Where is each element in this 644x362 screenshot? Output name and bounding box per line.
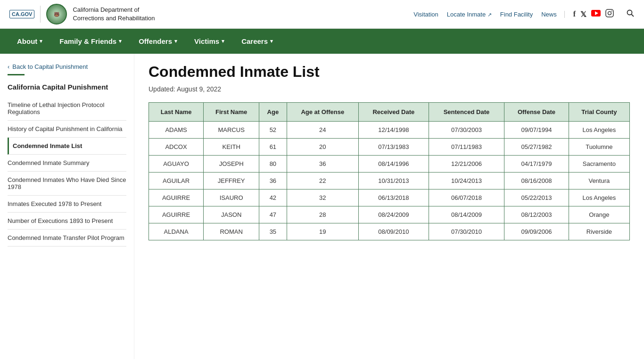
cell-r3-c0: AGUILAR	[149, 173, 204, 189]
facebook-icon[interactable]: f	[573, 10, 576, 18]
inmate-table: Last Name First Name Age Age at Offense …	[149, 102, 630, 240]
cell-r6-c7: Riverside	[569, 223, 629, 240]
dept-name: California Department of Corrections and…	[73, 6, 155, 23]
cell-r1-c5: 07/11/1983	[429, 139, 504, 156]
cell-r3-c6: 08/16/2008	[504, 173, 569, 189]
back-divider	[8, 74, 25, 75]
table-row: ADAMSMARCUS522412/14/199807/30/200309/07…	[149, 122, 630, 139]
cell-r6-c0: ALDANA	[149, 223, 204, 240]
main-content: Condemned Inmate List Updated: August 9,…	[134, 54, 644, 359]
cell-r2-c1: JOSEPH	[204, 156, 259, 173]
cell-r4-c7: Los Angeles	[569, 189, 629, 206]
cell-r1-c1: KEITH	[204, 139, 259, 156]
sidebar-item-transfer-pilot[interactable]: Condemned Inmate Transfer Pilot Program	[8, 230, 126, 247]
careers-chevron-icon: ▾	[270, 38, 273, 44]
family-chevron-icon: ▾	[119, 38, 122, 44]
table-header-row: Last Name First Name Age Age at Offense …	[149, 103, 630, 122]
page-title: Condemned Inmate List	[149, 63, 630, 81]
sidebar-item-condemned-died[interactable]: Condemned Inmates Who Have Died Since 19…	[8, 172, 126, 196]
cell-r4-c4: 06/13/2018	[359, 189, 429, 206]
svg-point-5	[627, 10, 632, 15]
cell-r4-c6: 05/22/2013	[504, 189, 569, 206]
nav-careers[interactable]: Careers ▾	[234, 29, 281, 54]
cell-r1-c3: 20	[287, 139, 359, 156]
svg-point-4	[611, 11, 612, 12]
cell-r0-c4: 12/14/1998	[359, 122, 429, 139]
top-bar-right: Visitation Locate Inmate ↗ Find Facility…	[413, 9, 635, 19]
find-facility-link[interactable]: Find Facility	[500, 11, 533, 18]
top-bar: CA.GOV 🐻 California Department of Correc…	[0, 0, 644, 29]
col-first-name: First Name	[204, 103, 259, 122]
updated-text: Updated: August 9, 2022	[149, 85, 630, 93]
sidebar-item-executions-number[interactable]: Number of Executions 1893 to Present	[8, 213, 126, 230]
cell-r4-c2: 42	[259, 189, 287, 206]
col-received-date: Received Date	[359, 103, 429, 122]
ca-gov-logo: CA.GOV	[9, 10, 34, 18]
twitter-icon[interactable]: 𝕏	[580, 10, 586, 19]
search-icon[interactable]	[626, 9, 635, 19]
sidebar-item-executed[interactable]: Inmates Executed 1978 to Present	[8, 196, 126, 213]
sidebar-item-condemned-list[interactable]: Condemned Inmate List	[8, 138, 126, 155]
col-last-name: Last Name	[149, 103, 204, 122]
cell-r5-c0: AGUIRRE	[149, 206, 204, 223]
visitation-link[interactable]: Visitation	[413, 11, 438, 18]
cell-r0-c1: MARCUS	[204, 122, 259, 139]
external-icon: ↗	[487, 12, 492, 17]
victims-chevron-icon: ▾	[222, 38, 224, 44]
cell-r2-c7: Sacramento	[569, 156, 629, 173]
sidebar-item-condemned-summary[interactable]: Condemned Inmate Summary	[8, 155, 126, 172]
svg-point-3	[608, 12, 611, 15]
sidebar-item-timeline[interactable]: Timeline of Lethal Injection Protocol Re…	[8, 97, 126, 121]
table-row: AGUAYOJOSEPH803608/14/199612/21/200604/1…	[149, 156, 630, 173]
table-row: AGUILARJEFFREY362210/31/201310/24/201308…	[149, 173, 630, 189]
cell-r4-c5: 06/07/2018	[429, 189, 504, 206]
cell-r3-c2: 36	[259, 173, 287, 189]
cell-r4-c1: ISAURO	[204, 189, 259, 206]
cell-r3-c5: 10/24/2013	[429, 173, 504, 189]
nav-offenders[interactable]: Offenders ▾	[131, 29, 185, 54]
col-offense-date: Offense Date	[504, 103, 569, 122]
cell-r0-c7: Los Angeles	[569, 122, 629, 139]
cell-r5-c4: 08/24/2009	[359, 206, 429, 223]
back-arrow-icon: ‹	[8, 63, 9, 70]
offenders-chevron-icon: ▾	[174, 38, 177, 44]
cell-r0-c6: 09/07/1994	[504, 122, 569, 139]
cell-r0-c0: ADAMS	[149, 122, 204, 139]
news-link[interactable]: News	[541, 11, 565, 18]
col-trial-county: Trial County	[569, 103, 629, 122]
cell-r5-c7: Orange	[569, 206, 629, 223]
cell-r2-c0: AGUAYO	[149, 156, 204, 173]
table-row: AGUIRREISAURO423206/13/201806/07/201805/…	[149, 189, 630, 206]
nav-about[interactable]: About ▾	[9, 29, 50, 54]
sidebar-item-history[interactable]: History of Capital Punishment in Califor…	[8, 121, 126, 138]
cell-r1-c0: ADCOX	[149, 139, 204, 156]
cell-r6-c1: ROMAN	[204, 223, 259, 240]
sidebar-section-title: California Capital Punishment	[8, 83, 126, 91]
cell-r2-c6: 04/17/1979	[504, 156, 569, 173]
cell-r5-c5: 08/14/2009	[429, 206, 504, 223]
cell-r0-c2: 52	[259, 122, 287, 139]
cell-r1-c7: Tuolumne	[569, 139, 629, 156]
table-row: ALDANAROMAN351908/09/201007/30/201009/09…	[149, 223, 630, 240]
col-age: Age	[259, 103, 287, 122]
svg-rect-2	[606, 9, 613, 17]
nav-victims[interactable]: Victims ▾	[187, 29, 232, 54]
instagram-icon[interactable]	[605, 9, 614, 19]
table-row: ADCOXKEITH612007/13/198307/11/198305/27/…	[149, 139, 630, 156]
cell-r5-c6: 08/12/2003	[504, 206, 569, 223]
cell-r5-c3: 28	[287, 206, 359, 223]
cell-r2-c2: 80	[259, 156, 287, 173]
table-row: AGUIRREJASON472808/24/200908/14/200908/1…	[149, 206, 630, 223]
locate-inmate-link[interactable]: Locate Inmate ↗	[447, 11, 492, 18]
cell-r6-c3: 19	[287, 223, 359, 240]
cell-r1-c2: 61	[259, 139, 287, 156]
nav-family-friends[interactable]: Family & Friends ▾	[52, 29, 129, 54]
cell-r3-c7: Ventura	[569, 173, 629, 189]
youtube-icon[interactable]	[591, 10, 601, 18]
back-link[interactable]: ‹ Back to Capital Punishment	[8, 63, 126, 70]
cell-r4-c3: 32	[287, 189, 359, 206]
cell-r6-c4: 08/09/2010	[359, 223, 429, 240]
cell-r6-c5: 07/30/2010	[429, 223, 504, 240]
cell-r4-c0: AGUIRRE	[149, 189, 204, 206]
col-age-at-offense: Age at Offense	[287, 103, 359, 122]
